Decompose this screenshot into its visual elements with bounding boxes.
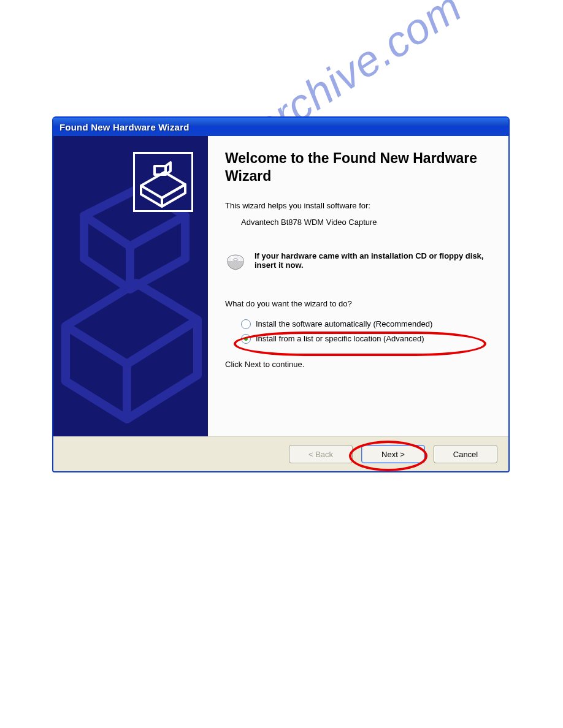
svg-point-3 — [234, 259, 237, 261]
radio-label-list: Install from a list or specific location… — [256, 334, 424, 344]
back-button: < Back — [289, 445, 353, 463]
cd-icon — [225, 251, 246, 272]
wizard-question: What do you want the wizard to do? — [225, 299, 491, 308]
continue-hint: Click Next to continue. — [225, 360, 491, 369]
cd-insert-note: If your hardware came with an installati… — [225, 251, 491, 272]
install-options: Install the software automatically (Reco… — [237, 317, 491, 346]
cancel-button-label: Cancel — [453, 450, 478, 459]
radio-install-list[interactable]: Install from a list or specific location… — [237, 332, 491, 346]
dialog-body: Welcome to the Found New Hardware Wizard… — [53, 136, 508, 436]
next-button-label: Next > — [381, 450, 405, 459]
wizard-content: Welcome to the Found New Hardware Wizard… — [208, 136, 508, 436]
device-name: Advantech Bt878 WDM Video Capture — [241, 218, 491, 227]
radio-unchecked-icon — [241, 319, 251, 329]
titlebar[interactable]: Found New Hardware Wizard — [53, 118, 508, 136]
svg-point-4 — [231, 256, 234, 259]
radio-install-auto[interactable]: Install the software automatically (Reco… — [237, 317, 491, 332]
intro-text: This wizard helps you install software f… — [225, 201, 491, 210]
cd-note-text: If your hardware came with an installati… — [255, 251, 491, 270]
next-button[interactable]: Next > — [361, 445, 425, 463]
cancel-button[interactable]: Cancel — [434, 445, 497, 463]
window-title: Found New Hardware Wizard — [59, 122, 190, 132]
wizard-sidebar — [53, 136, 208, 436]
wizard-dialog: Found New Hardware Wizard — [52, 116, 510, 472]
wizard-hero-icon — [133, 152, 193, 212]
wizard-heading: Welcome to the Found New Hardware Wizard — [225, 150, 491, 185]
radio-checked-icon — [241, 334, 251, 344]
radio-label-auto: Install the software automatically (Reco… — [256, 319, 432, 329]
page: manualsarchive.com Found New Hardware Wi… — [0, 0, 563, 728]
back-button-label: < Back — [308, 450, 333, 459]
button-bar: < Back Next > Cancel — [53, 436, 508, 471]
